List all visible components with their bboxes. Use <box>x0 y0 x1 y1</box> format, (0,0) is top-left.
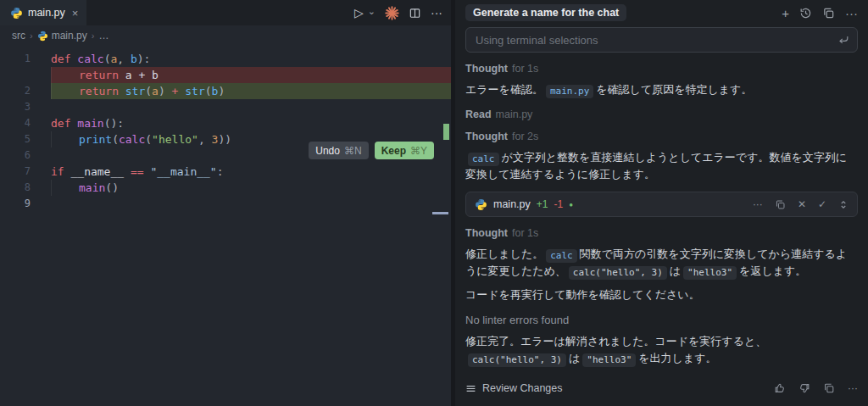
app-window: main.py × ▷ ⌄ ··· src › <box>0 0 868 406</box>
thought-duration: for 2s <box>512 131 538 142</box>
inline-code: main.py <box>546 85 593 98</box>
line-number <box>0 67 31 83</box>
code-line[interactable]: 4def main(): <box>0 115 451 131</box>
breadcrumb-symbol-more[interactable]: … <box>98 30 108 42</box>
thought-label: Thought <box>465 227 508 239</box>
undo-diff-button[interactable]: Undo ⌘N <box>309 142 368 159</box>
close-tab-icon[interactable]: × <box>72 7 79 19</box>
chat-input[interactable] <box>474 33 837 47</box>
file-name: main.py <box>493 198 531 210</box>
line-number: 9 <box>0 196 31 212</box>
inline-code: calc("hello", 3) <box>468 353 566 367</box>
edited-file-card[interactable]: main.py+1-1●···✕✓ <box>465 192 858 217</box>
split-editor-icon[interactable] <box>409 7 421 19</box>
thought-label: Thought <box>465 63 508 75</box>
reject-change-icon[interactable]: ✕ <box>798 199 806 209</box>
code-line-added[interactable]: 2return str(a) + str(b) <box>0 83 451 99</box>
run-python-file-icon[interactable]: ▷ <box>354 7 364 19</box>
code-editor[interactable]: 1def calc(a, b):return a + b2return str(… <box>0 46 451 406</box>
thumbs-up-icon[interactable] <box>774 382 786 394</box>
chat-header: Generate a name for the chat + ··· <box>465 0 858 25</box>
copy-icon[interactable] <box>775 199 786 210</box>
undo-shortcut: ⌘N <box>344 145 362 157</box>
file-more-icon[interactable]: ··· <box>753 199 763 209</box>
tab-main-py[interactable]: main.py × <box>0 0 86 25</box>
inline-code: calc <box>546 249 577 263</box>
assistant-paragraph: calcが文字列と整数を直接連結しようとしてエラーです。数値を文字列に変換して連… <box>465 149 858 183</box>
line-number: 4 <box>0 115 31 131</box>
claude-starburst-icon[interactable] <box>385 6 399 20</box>
breadcrumb-file[interactable]: main.py <box>37 30 87 42</box>
code-line-removed[interactable]: return a + b <box>0 67 451 83</box>
thought-label: Thought <box>465 131 508 142</box>
chat-history-icon[interactable] <box>799 7 812 19</box>
breadcrumb-separator: › <box>30 31 33 41</box>
python-icon <box>37 31 48 42</box>
thought-duration: main.py <box>496 108 533 120</box>
review-changes-icon <box>465 383 476 394</box>
accept-change-icon[interactable]: ✓ <box>818 199 826 209</box>
editor-more-actions-icon[interactable]: ··· <box>431 7 442 19</box>
thought-row[interactable]: Thoughtfor 2s <box>465 131 858 142</box>
overview-ruler-added-marker <box>443 124 449 140</box>
thought-row[interactable]: Readmain.py <box>465 108 858 120</box>
open-chat-in-editor-icon[interactable] <box>822 7 835 19</box>
line-number: 5 <box>0 131 31 147</box>
file-card-actions: ···✕✓ <box>753 199 849 210</box>
thought-duration: for 1s <box>512 63 538 75</box>
chat-panel: Generate a name for the chat + ··· Thoug… <box>455 0 868 406</box>
run-dropdown-chevron-icon[interactable]: ⌄ <box>368 7 376 16</box>
inline-code: calc <box>468 153 499 166</box>
line-number: 8 <box>0 180 31 196</box>
thought-row[interactable]: Thoughtfor 1s <box>465 227 858 239</box>
line-number: 6 <box>0 147 31 164</box>
keep-diff-button[interactable]: Keep ⌘Y <box>375 142 434 159</box>
line-number: 7 <box>0 164 31 180</box>
chat-message-flow: Thoughtfor 1sエラーを確認。main.pyを確認して原因を特定します… <box>465 53 858 382</box>
code-line[interactable]: 9 <box>0 196 451 212</box>
linter-status: No linter errors found <box>465 314 858 326</box>
code-line[interactable]: 3 <box>0 99 451 115</box>
thought-label: Read <box>465 108 492 120</box>
python-icon <box>10 7 23 19</box>
inline-code: calc("hello", 3) <box>569 266 667 280</box>
breadcrumb-separator: › <box>92 31 95 41</box>
thought-row[interactable]: Thoughtfor 1s <box>465 63 858 75</box>
keep-shortcut: ⌘Y <box>410 145 427 157</box>
editor-tab-bar: main.py × ▷ ⌄ ··· <box>0 0 451 25</box>
editor-pane: main.py × ▷ ⌄ ··· src › <box>0 0 451 406</box>
line-number: 1 <box>0 51 31 67</box>
chat-title[interactable]: Generate a name for the chat <box>465 4 626 21</box>
chat-input-box[interactable] <box>465 27 858 53</box>
new-chat-icon[interactable]: + <box>782 7 789 19</box>
lines-added: +1 <box>537 198 548 210</box>
thumbs-down-icon[interactable] <box>798 382 810 394</box>
assistant-paragraph: コードを再実行して動作を確認してください。 <box>465 286 858 303</box>
assistant-paragraph: エラーを確認。main.pyを確認して原因を特定します。 <box>465 81 858 98</box>
line-number: 2 <box>0 83 31 99</box>
code-line[interactable]: 8main() <box>0 180 451 196</box>
copy-response-icon[interactable] <box>823 382 835 394</box>
tab-label: main.py <box>28 7 65 19</box>
breadcrumb-src[interactable]: src <box>12 30 25 42</box>
expand-collapse-icon[interactable] <box>838 199 849 210</box>
undo-context-icon[interactable] <box>837 34 849 46</box>
python-icon <box>475 198 487 211</box>
footer-more-icon[interactable]: ··· <box>848 382 858 394</box>
modified-dot: ● <box>569 201 573 209</box>
thought-duration: for 1s <box>512 227 538 239</box>
assistant-paragraph: 修正完了。エラーは解消されました。コードを実行すると、calc("hello",… <box>465 333 858 367</box>
review-changes-button[interactable]: Review Changes <box>482 382 563 394</box>
inline-code: "hello3" <box>582 353 636 367</box>
chat-more-icon[interactable]: ··· <box>845 7 858 19</box>
code-line[interactable]: 7if __name__ == "__main__": <box>0 164 451 180</box>
line-number: 3 <box>0 99 31 115</box>
breadcrumb: src › main.py › … <box>0 25 451 46</box>
assistant-paragraph: 修正しました。calc関数で両方の引数を文字列に変換してから連結するように変更し… <box>465 246 858 280</box>
inline-diff-actions: Undo ⌘N Keep ⌘Y <box>309 142 434 159</box>
inline-code: "hello3" <box>683 266 737 280</box>
chat-footer: Review Changes ··· <box>465 382 858 394</box>
overview-ruler-marker <box>432 212 448 214</box>
lines-removed: -1 <box>554 198 563 210</box>
code-line[interactable]: 1def calc(a, b): <box>0 51 451 67</box>
